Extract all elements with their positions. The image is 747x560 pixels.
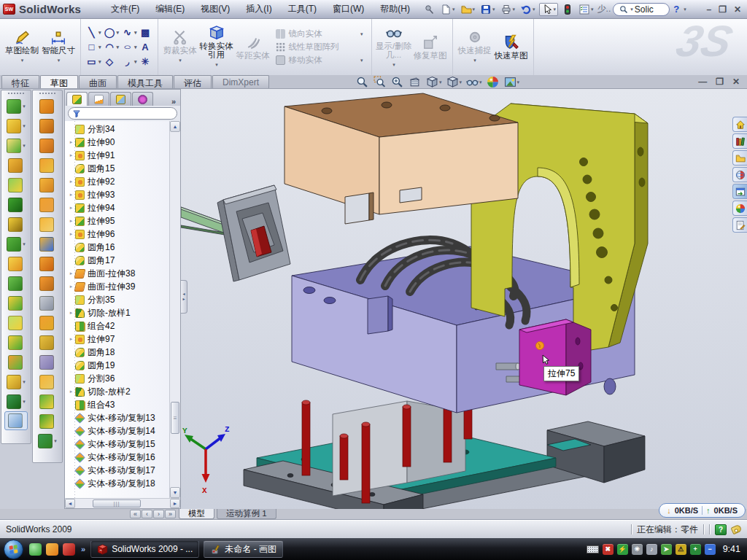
sketch-fillet-icon[interactable]: ◞ ▾	[122, 56, 137, 67]
toolbar-grip[interactable]	[7, 92, 25, 95]
parting-line-icon[interactable]	[33, 195, 62, 214]
tree-item[interactable]: 圆角18	[65, 346, 169, 359]
draft-analysis-icon[interactable]	[33, 155, 62, 175]
tree-item[interactable]: ▸ 切除-放样1	[65, 306, 169, 319]
sync-blocked-icon[interactable]: −	[705, 544, 716, 555]
options-button[interactable]: ▾	[577, 3, 595, 16]
solidworks-search-tab[interactable]	[732, 167, 747, 182]
extruded-boss-icon[interactable]: ▾	[1, 96, 31, 116]
expand-arrow-icon[interactable]: ▸	[68, 192, 74, 198]
tree-item[interactable]: 分割36	[65, 372, 169, 385]
expand-arrow-icon[interactable]: ▸	[68, 271, 74, 276]
feature-manager-tab[interactable]	[66, 92, 88, 106]
tree-vertical-scrollbar[interactable]: ▲ ≡ ▼	[169, 121, 180, 498]
split-icon[interactable]	[1, 313, 31, 332]
toolbar-overflow-label[interactable]: 少..	[597, 3, 611, 15]
display-style-icon[interactable]: ▾	[446, 76, 462, 88]
ellipse-icon[interactable]: ○ ▾	[122, 42, 137, 52]
extruded-cut-icon[interactable]	[1, 195, 31, 214]
tree-item[interactable]: 圆角15	[65, 162, 169, 175]
scale-icon[interactable]	[33, 313, 62, 332]
instant3d-icon[interactable]	[4, 411, 28, 430]
menu-item[interactable]: 视图(V)	[193, 1, 237, 18]
text-icon[interactable]: A	[140, 42, 152, 52]
close-button[interactable]: ✕	[734, 4, 741, 15]
command-tab[interactable]: 曲面	[79, 75, 117, 88]
scroll-right-icon[interactable]: ►	[170, 499, 180, 508]
zoom-to-fit-icon[interactable]	[356, 76, 369, 88]
combine-icon[interactable]	[1, 332, 31, 352]
volume-icon[interactable]: ♪	[646, 544, 657, 555]
expand-arrow-icon[interactable]: ▸	[68, 231, 74, 237]
quick-launch-chevron-icon[interactable]: »	[81, 545, 85, 553]
edit-appearance-icon[interactable]	[487, 76, 500, 88]
surface-flatten-icon[interactable]	[33, 352, 62, 372]
command-tab[interactable]: 特征	[1, 75, 39, 88]
tree-filter-input[interactable]	[68, 107, 177, 120]
ruled-surface-icon[interactable]	[33, 372, 62, 392]
undo-button[interactable]: ▾	[519, 3, 537, 16]
command-tab[interactable]: 模具工具	[117, 75, 173, 88]
tree-item[interactable]: 实体-移动/复制13	[65, 411, 169, 424]
doc-restore-button[interactable]: ❐	[716, 77, 724, 87]
tree-item[interactable]: 实体-移动/复制16	[65, 451, 169, 464]
tree-item[interactable]: 分割34	[65, 122, 169, 136]
tree-item[interactable]: ▸ 拉伸96	[65, 228, 169, 241]
help-button[interactable]: ?	[672, 4, 681, 15]
antivirus-shield-icon[interactable]: ✖	[603, 544, 614, 555]
solidworks-resources-tab[interactable]	[732, 117, 747, 132]
minimize-button[interactable]: –	[706, 4, 711, 15]
draft-icon[interactable]	[1, 293, 31, 313]
scroll-left-icon[interactable]: ◄	[65, 499, 75, 508]
shut-off-surface-icon[interactable]	[33, 234, 62, 254]
spline-icon[interactable]: ∿ ▾	[122, 27, 137, 38]
configuration-manager-tab[interactable]	[110, 92, 131, 106]
tree-item[interactable]: 组合43	[65, 398, 169, 411]
select-tool-button[interactable]: ▾	[539, 3, 559, 16]
selection-box-icon[interactable]: ▩	[140, 27, 152, 38]
graphics-viewport[interactable]: Y Z X	[181, 89, 747, 509]
tree-item[interactable]: 实体-移动/复制15	[65, 438, 169, 451]
insert-mold-folders-icon[interactable]	[33, 96, 62, 116]
command-tab[interactable]: 草图	[40, 75, 78, 88]
scrollbar-thumb[interactable]: |||	[93, 499, 141, 508]
offset-entities-button[interactable]: 等距实体	[235, 34, 271, 60]
curves-icon[interactable]: ▾	[1, 392, 31, 411]
tree-item[interactable]: 圆角19	[65, 359, 169, 372]
taskbar-button[interactable]: SolidWorks 2009 - ...	[90, 540, 199, 558]
move-copy-body-icon[interactable]	[1, 352, 31, 372]
pin-icon[interactable]	[422, 3, 436, 16]
upload-icon[interactable]: ➤	[661, 544, 672, 555]
view-palette-tab[interactable]	[732, 184, 747, 199]
zoom-in-out-icon[interactable]	[391, 76, 404, 88]
lofted-boss-icon[interactable]	[1, 175, 31, 195]
menu-item[interactable]: 插入(I)	[239, 1, 279, 18]
knit-surface-icon[interactable]	[33, 392, 62, 411]
corner-rectangle-icon[interactable]: □ ▾	[86, 42, 101, 52]
expand-arrow-icon[interactable]: ▸	[68, 179, 74, 184]
slide-block-part[interactable]	[519, 319, 591, 395]
tree-item[interactable]: 实体-移动/复制18	[65, 477, 169, 490]
scroll-down-icon[interactable]: ▼	[170, 487, 180, 498]
search-input[interactable]: Solic	[635, 4, 654, 15]
scroll-up-icon[interactable]: ▲	[170, 121, 180, 132]
sheet-nav-button[interactable]: ‹	[142, 510, 152, 518]
panel-overflow-chevron-icon[interactable]: »	[169, 97, 179, 106]
expand-arrow-icon[interactable]: ▸	[68, 139, 74, 145]
tree-item[interactable]: ▸ 拉伸95	[65, 214, 169, 228]
section-view-icon[interactable]	[409, 76, 422, 88]
save-button[interactable]: ▾	[479, 3, 497, 16]
property-manager-tab[interactable]	[88, 92, 109, 106]
cavity-icon[interactable]	[33, 293, 62, 313]
defender-icon[interactable]: +	[690, 544, 701, 555]
network-warning-icon[interactable]: ⚠	[676, 544, 686, 555]
expand-arrow-icon[interactable]: ▸	[68, 336, 74, 342]
apply-scene-icon[interactable]: ▾	[504, 76, 520, 88]
trim-entities-button[interactable]: 剪裁实体▾	[162, 29, 198, 65]
expand-arrow-icon[interactable]: ▸	[68, 218, 74, 224]
search-box[interactable]: ▾ Solic	[613, 3, 670, 16]
quick-snaps-button[interactable]: 快速捕捉▾	[457, 29, 493, 65]
tree-item[interactable]: ▸ 拉伸94	[65, 201, 169, 214]
menu-item[interactable]: 文件(F)	[104, 1, 147, 18]
rapid-sketch-button[interactable]: 快速草图	[493, 34, 530, 60]
